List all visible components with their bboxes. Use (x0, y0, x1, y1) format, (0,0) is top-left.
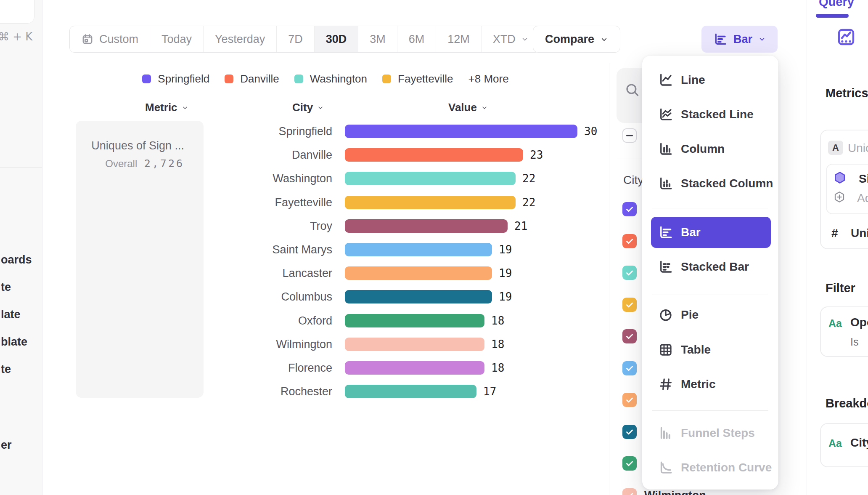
city-checkbox-springfield[interactable] (622, 202, 637, 216)
filter-property-fragment: Ope (850, 316, 868, 329)
search-icon (624, 82, 640, 98)
tab-query[interactable]: Query (813, 0, 860, 9)
legend-item[interactable]: Springfield (142, 72, 209, 85)
event-name-fragment: Sig (859, 172, 868, 186)
bar-category-label: Troy (202, 219, 332, 232)
bar-value-label: 19 (499, 243, 512, 256)
bar-segment[interactable] (345, 338, 484, 351)
city-checkbox-troy[interactable] (622, 329, 637, 343)
menu-item-pie[interactable]: Pie (642, 298, 778, 332)
metric-letter-badge: A (828, 141, 843, 155)
city-checkbox-fayetteville[interactable] (622, 298, 637, 312)
table-grid-icon (658, 342, 673, 357)
bar-value-label: 19 (499, 290, 512, 303)
city-checkbox-columbus[interactable] (622, 425, 637, 439)
bar-row: Danville23 (0, 143, 609, 167)
query-panel-divider (807, 0, 807, 495)
bar-segment[interactable] (345, 385, 476, 398)
bar-segment[interactable] (345, 125, 577, 138)
bar-value-label: 19 (499, 267, 512, 279)
menu-item-stacked-column[interactable]: Stacked Column (642, 166, 778, 201)
date-range-6m[interactable]: 6M (397, 26, 437, 52)
menu-divider (652, 410, 768, 411)
add-hexagon-icon[interactable] (833, 191, 846, 203)
bar-segment[interactable] (345, 361, 484, 375)
menu-item-stacked-line[interactable]: Stacked Line (642, 97, 778, 132)
bar-segment[interactable] (345, 290, 492, 303)
global-search-box[interactable] (0, 0, 34, 24)
bar-category-label: Columbus (202, 290, 332, 303)
legend-item[interactable]: Danville (225, 72, 279, 85)
date-range-segmented-control[interactable]: CustomTodayYesterday7D30D3M6M12MXTD (69, 26, 540, 53)
city-checkbox-washington[interactable] (622, 266, 637, 280)
bar-segment[interactable] (345, 266, 492, 280)
chart-type-menu: LineStacked LineColumnStacked ColumnBarS… (642, 56, 778, 490)
bar-segment[interactable] (345, 314, 484, 327)
breakdown-card[interactable]: Aa City (820, 423, 868, 467)
menu-item-metric[interactable]: Metric (642, 367, 778, 402)
sidebar-item-fragment[interactable]: er (1, 437, 12, 452)
analytics-app: ⌘ + K oardstelateblateteer CustomTodayYe… (0, 0, 868, 495)
aggregation-fragment[interactable]: Uniqu (851, 226, 868, 240)
compare-label: Compare (545, 33, 594, 46)
bar-segment[interactable] (345, 219, 508, 233)
menu-item-stacked-bar[interactable]: Stacked Bar (642, 250, 778, 284)
city-checkbox-danville[interactable] (622, 234, 637, 248)
legend-item[interactable]: Fayetteville (382, 72, 453, 85)
insights-chart-icon[interactable] (836, 27, 856, 47)
bar-row: Oxford18 (0, 309, 609, 333)
column-header-metric[interactable]: Metric (145, 101, 188, 114)
chevron-down-icon (317, 104, 324, 111)
menu-item-line[interactable]: Line (642, 63, 778, 97)
date-range-12m[interactable]: 12M (436, 26, 482, 52)
metrics-heading: Metrics (826, 86, 868, 100)
filter-card[interactable]: Aa Ope Is i (820, 306, 868, 357)
select-all-checkbox[interactable] (622, 128, 637, 143)
bar-segment[interactable] (345, 243, 492, 256)
bar-category-label: Fayetteville (202, 196, 332, 209)
metric-name-fragment: Unic (848, 141, 868, 155)
calendar-icon (81, 33, 94, 45)
date-range-yesterday[interactable]: Yesterday (204, 26, 277, 52)
city-checkbox-lancaster[interactable] (622, 393, 637, 407)
hash-icon (658, 377, 673, 392)
bar-row: Springfield30 (0, 120, 609, 143)
event-card[interactable]: Sig Ad (826, 164, 868, 214)
city-checkbox-saint-marys[interactable] (622, 361, 637, 375)
city-checkbox-oxford[interactable] (622, 456, 637, 471)
pie-chart-icon (658, 307, 673, 322)
filter-operator[interactable]: Is (850, 336, 858, 348)
bar-row: Lancaster19 (0, 261, 609, 285)
menu-item-bar[interactable]: Bar (651, 217, 771, 248)
bar-segment[interactable] (345, 148, 523, 162)
bar-chart-icon (713, 32, 728, 46)
bar-category-label: Washington (202, 172, 332, 185)
chart-type-button[interactable]: Bar (701, 26, 778, 53)
date-range-today[interactable]: Today (150, 26, 204, 52)
date-range-30d[interactable]: 30D (315, 26, 359, 52)
bar-category-label: Danville (202, 149, 332, 162)
menu-item-table[interactable]: Table (642, 333, 778, 367)
column-header-value[interactable]: Value (448, 101, 488, 114)
legend-item[interactable]: Washington (294, 72, 367, 85)
date-range-3m[interactable]: 3M (358, 26, 397, 52)
bar-row: Rochester17 (0, 380, 609, 403)
legend-more[interactable]: +8 More (468, 72, 509, 85)
property-type-badge: Aa (828, 317, 842, 330)
bar-segment[interactable] (345, 196, 516, 209)
bar-value-label: 22 (522, 172, 535, 185)
date-range-xtd[interactable]: XTD (482, 26, 540, 52)
date-range-7d[interactable]: 7D (277, 26, 315, 52)
column-header-city[interactable]: City (292, 101, 324, 114)
column-chart-icon (658, 141, 673, 157)
city-checkbox-wilmington[interactable] (622, 488, 637, 495)
date-range-custom[interactable]: Custom (70, 26, 150, 52)
metric-query-card[interactable]: A Unic Sig Ad # Uniqu (820, 130, 868, 249)
legend-swatch (294, 75, 303, 83)
bar-value-label: 17 (483, 385, 496, 398)
bar-segment[interactable] (345, 172, 516, 185)
menu-item-column[interactable]: Column (642, 132, 778, 166)
funnel-steps-icon (658, 426, 673, 441)
compare-button[interactable]: Compare (533, 26, 620, 53)
filter-heading: Filter (826, 281, 855, 295)
